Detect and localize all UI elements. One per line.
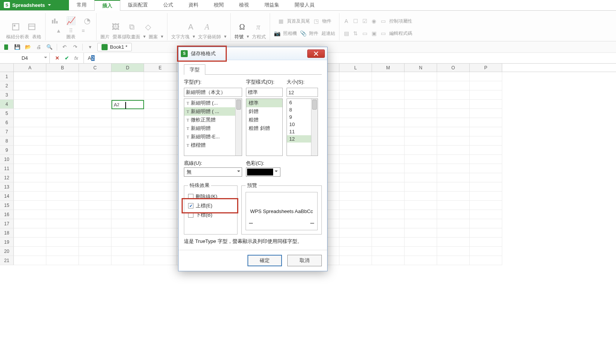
cell[interactable]	[437, 247, 470, 256]
tab-view[interactable]: 檢視	[231, 0, 257, 10]
cell[interactable]	[470, 201, 502, 210]
cell[interactable]	[372, 256, 405, 265]
cancel-edit-icon[interactable]: ✕	[55, 55, 59, 61]
cell[interactable]	[437, 256, 470, 265]
scroll-icon[interactable]: ▭	[362, 28, 368, 39]
cell[interactable]	[470, 127, 502, 136]
cell[interactable]	[372, 146, 405, 155]
cell[interactable]	[339, 201, 372, 210]
tab-home[interactable]: 常用	[69, 0, 94, 10]
cell[interactable]	[372, 118, 405, 127]
cell[interactable]	[470, 72, 502, 81]
row-header[interactable]: 6	[0, 118, 14, 127]
cell[interactable]	[405, 219, 437, 228]
cell[interactable]	[339, 90, 372, 100]
cell[interactable]	[14, 100, 46, 109]
cell[interactable]	[339, 100, 372, 109]
fx-icon[interactable]: fx	[74, 55, 78, 61]
cell[interactable]	[46, 118, 79, 127]
attachment-icon[interactable]: 📎	[300, 28, 306, 39]
cell[interactable]	[405, 81, 437, 90]
cell[interactable]	[46, 155, 79, 164]
cell[interactable]	[437, 228, 470, 238]
tab-formula[interactable]: 公式	[156, 0, 181, 10]
cell[interactable]	[46, 228, 79, 238]
cell[interactable]	[339, 72, 372, 81]
cell[interactable]	[339, 238, 372, 247]
cell[interactable]	[372, 155, 405, 164]
cell[interactable]	[339, 164, 372, 173]
cell[interactable]	[372, 109, 405, 118]
cell[interactable]	[339, 109, 372, 118]
cell[interactable]	[144, 118, 177, 127]
redo-icon[interactable]: ↷	[72, 44, 79, 51]
cell[interactable]	[372, 228, 405, 238]
cell[interactable]	[111, 238, 144, 247]
row-header[interactable]: 17	[0, 219, 14, 228]
cell[interactable]	[405, 100, 437, 109]
cell[interactable]	[14, 155, 46, 164]
cell[interactable]	[437, 127, 470, 136]
cell[interactable]	[79, 182, 111, 192]
cell[interactable]	[405, 90, 437, 100]
cell[interactable]	[14, 228, 46, 238]
line-chart-icon[interactable]: 📈	[66, 15, 76, 26]
radio-icon[interactable]: ◉	[371, 16, 377, 26]
cell[interactable]	[46, 238, 79, 247]
dialog-tab-font[interactable]: 字型	[184, 64, 205, 75]
cell[interactable]	[144, 238, 177, 247]
cell[interactable]	[111, 146, 144, 155]
cell[interactable]	[144, 127, 177, 136]
cell[interactable]	[470, 146, 502, 155]
tab-layout[interactable]: 版面配置	[120, 0, 156, 10]
font-listbox[interactable]: T新細明體 (... T新細明體 ( ... T微軟正黑體 T新細明體 T新細明…	[184, 98, 242, 156]
cell[interactable]	[372, 247, 405, 256]
cell[interactable]	[79, 127, 111, 136]
cell[interactable]	[339, 192, 372, 201]
cell[interactable]	[79, 155, 111, 164]
cell[interactable]	[144, 136, 177, 146]
cell[interactable]	[372, 72, 405, 81]
superscript-checkbox[interactable]: 上標(E)	[188, 201, 233, 210]
cell[interactable]	[14, 109, 46, 118]
tab-dev[interactable]: 開發人員	[287, 0, 322, 10]
cell[interactable]	[111, 155, 144, 164]
cell[interactable]	[79, 136, 111, 146]
cell[interactable]	[405, 192, 437, 201]
scatter-chart-icon[interactable]: ⠿	[67, 28, 74, 34]
document-tab[interactable]: Book1 *	[97, 43, 132, 51]
cell[interactable]	[79, 228, 111, 238]
ok-button[interactable]: 確定	[247, 255, 282, 266]
print-icon[interactable]: 🖨	[35, 44, 42, 51]
cell[interactable]	[405, 164, 437, 173]
cell[interactable]	[437, 90, 470, 100]
cell[interactable]	[372, 127, 405, 136]
select-all-corner[interactable]	[0, 64, 14, 72]
cell[interactable]	[470, 100, 502, 109]
cell[interactable]	[79, 118, 111, 127]
cell[interactable]	[437, 164, 470, 173]
cell[interactable]	[79, 192, 111, 201]
cell[interactable]	[470, 210, 502, 219]
pie-chart-icon[interactable]: ◔	[82, 15, 92, 26]
cell[interactable]	[79, 164, 111, 173]
cell[interactable]	[144, 100, 177, 109]
cell[interactable]	[339, 146, 372, 155]
text-a-icon[interactable]: A	[343, 16, 349, 26]
check-icon[interactable]: ☑	[362, 16, 368, 26]
col-header[interactable]: A	[14, 64, 46, 72]
name-box[interactable]: D4	[0, 53, 50, 63]
picture-icon[interactable]: 🖼	[110, 21, 121, 32]
font-input[interactable]: 新細明體（本文）	[184, 88, 242, 97]
cell[interactable]	[470, 238, 502, 247]
row-header[interactable]: 21	[0, 256, 14, 265]
cell[interactable]	[470, 228, 502, 238]
screenshot-icon[interactable]: ⧉	[126, 21, 137, 32]
cell[interactable]	[405, 155, 437, 164]
cell[interactable]	[144, 247, 177, 256]
cell[interactable]	[470, 155, 502, 164]
scrollbar[interactable]	[235, 99, 242, 156]
group-icon[interactable]: ▣	[371, 28, 377, 39]
col-header[interactable]: P	[470, 64, 502, 72]
cell[interactable]	[111, 72, 144, 81]
